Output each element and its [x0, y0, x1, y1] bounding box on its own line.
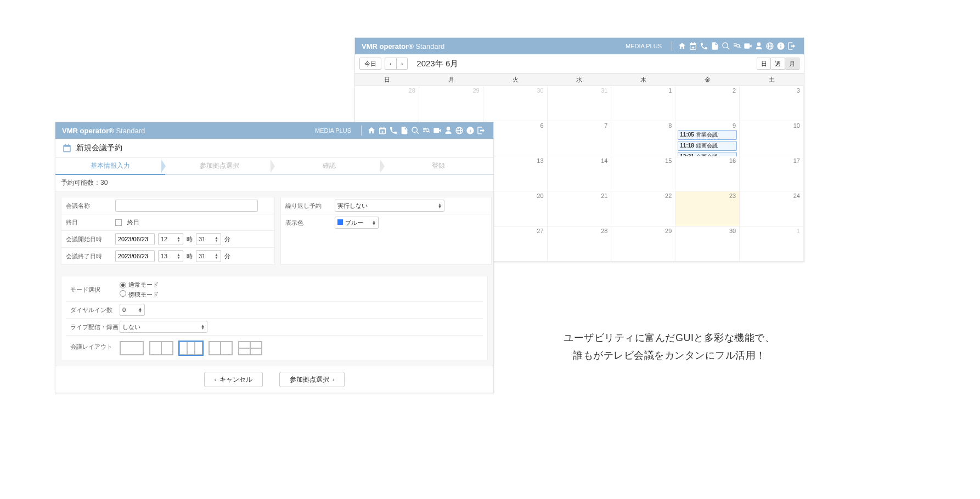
day-cell[interactable]: 10 — [740, 121, 804, 156]
day-cell[interactable]: 15 — [611, 156, 675, 191]
search-list-icon[interactable] — [731, 42, 742, 50]
day-cell[interactable]: 22 — [611, 191, 675, 226]
calendar-title: 2023年 6月 — [416, 59, 458, 69]
view-day[interactable]: 日 — [757, 58, 771, 70]
video-icon[interactable] — [432, 126, 443, 135]
day-cell[interactable]: 23 — [675, 191, 740, 226]
video-icon[interactable] — [742, 42, 753, 50]
tagline: ユーザビリティに富んだGUIと多彩な機能で、 誰もがテレビ会議をカンタンにフル活… — [532, 329, 807, 365]
day-cell[interactable]: 28 — [548, 226, 612, 262]
view-week[interactable]: 週 — [771, 58, 785, 70]
day-cell[interactable]: 8 — [611, 121, 675, 156]
day-cell[interactable]: 29 — [419, 86, 483, 121]
layout-2h[interactable] — [209, 341, 233, 355]
logout-icon[interactable] — [786, 42, 797, 50]
app-brand: VMR operator® Standard — [62, 127, 145, 135]
day-cell[interactable]: 28 — [355, 86, 419, 121]
day-cell[interactable]: 1 — [611, 86, 675, 121]
layout-2x2[interactable] — [238, 341, 262, 355]
end-hour-spin[interactable]: 13▲▼ — [158, 250, 183, 262]
color-select[interactable]: ブルー▲▼ — [335, 217, 379, 229]
next-button[interactable]: › — [397, 58, 408, 70]
home-icon[interactable] — [366, 126, 377, 135]
start-min-spin[interactable]: 31▲▼ — [196, 233, 221, 245]
start-hour-spin[interactable]: 12▲▼ — [158, 233, 183, 245]
calendar-plus-icon[interactable] — [688, 42, 699, 50]
day-cell[interactable]: 14 — [548, 156, 612, 191]
file-icon[interactable] — [399, 126, 410, 135]
calendar-icon — [62, 143, 72, 153]
calendar-plus-icon[interactable] — [377, 126, 388, 135]
start-date-input[interactable] — [115, 233, 155, 245]
reservable-count: 予約可能数：30 — [55, 175, 493, 191]
day-cell[interactable]: 16 — [675, 156, 740, 191]
step-3[interactable]: 登録 — [384, 158, 494, 174]
info-icon[interactable] — [465, 126, 476, 135]
search-icon[interactable] — [720, 42, 731, 50]
day-cell[interactable]: 30 — [675, 226, 740, 262]
day-cell[interactable]: 29 — [611, 226, 675, 262]
row-mode: モード選択 通常モード 傍聴モード — [66, 279, 483, 302]
day-cell[interactable]: 30 — [483, 86, 548, 121]
step-2[interactable]: 確認 — [274, 158, 384, 174]
view-month[interactable]: 月 — [785, 58, 799, 70]
row-color: 表示色 ブルー▲▼ — [281, 214, 491, 231]
file-icon[interactable] — [709, 42, 720, 50]
event-chip[interactable]: 11:05 営業会議 — [678, 130, 737, 140]
cancel-button[interactable]: ‹キャンセル — [204, 372, 263, 387]
step-nav: 基本情報入力参加拠点選択確認登録 — [55, 158, 493, 175]
day-cell[interactable]: 2 — [675, 86, 740, 121]
day-number: 1 — [797, 228, 800, 234]
day-number: 22 — [665, 192, 672, 199]
user-icon[interactable] — [443, 126, 454, 135]
day-cell[interactable]: 7 — [548, 121, 612, 156]
mode-radio-normal[interactable] — [120, 282, 126, 288]
search-list-icon[interactable] — [421, 126, 432, 135]
day-cell[interactable]: 31 — [548, 86, 612, 121]
logout-icon[interactable] — [476, 126, 487, 135]
day-cell[interactable]: 21 — [548, 191, 612, 226]
step-1[interactable]: 参加拠点選択 — [165, 158, 275, 174]
search-icon[interactable] — [410, 126, 421, 135]
home-icon[interactable] — [677, 42, 688, 50]
repeat-select[interactable]: 実行しない▲▼ — [335, 200, 444, 212]
prev-button[interactable]: ‹ — [385, 58, 397, 70]
day-cell[interactable]: 3 — [740, 86, 804, 121]
globe-icon[interactable] — [454, 126, 465, 135]
row-dialin: ダイヤルイン数 0▲▼ — [66, 302, 483, 319]
end-date-input[interactable] — [115, 250, 155, 262]
day-cell[interactable]: 911:05 営業会議11:18 録画会議12:31 企画会議 — [675, 121, 740, 156]
step-0[interactable]: 基本情報入力 — [55, 158, 165, 175]
day-cell[interactable]: 24 — [740, 191, 804, 226]
stream-select[interactable]: しない▲▼ — [120, 321, 207, 333]
form-right-col: 繰り返し予約 実行しない▲▼ 表示色 ブルー▲▼ — [280, 197, 492, 265]
form-bottom-col: モード選択 通常モード 傍聴モード ダイヤルイン数 0▲▼ ライブ配信・録画 し… — [61, 276, 488, 360]
meeting-name-input[interactable] — [115, 200, 258, 212]
info-icon[interactable] — [775, 42, 786, 50]
day-number: 15 — [665, 157, 672, 164]
reservation-window: VMR operator® Standard MEDIA PLUS 新規会議予約… — [55, 122, 494, 393]
phone-icon[interactable] — [388, 126, 399, 135]
mode-radio-listen[interactable] — [120, 290, 126, 297]
end-min-spin[interactable]: 31▲▼ — [196, 250, 221, 262]
row-meeting-name: 会議名称 — [61, 197, 274, 214]
user-icon[interactable] — [753, 42, 764, 50]
layout-1x1[interactable] — [120, 341, 144, 355]
row-allday: 終日 終日 — [61, 214, 274, 231]
phone-icon[interactable] — [699, 42, 709, 50]
dialin-spin[interactable]: 0▲▼ — [120, 304, 145, 316]
tenant-name: MEDIA PLUS — [315, 127, 351, 134]
day-number: 8 — [668, 122, 672, 129]
layout-1x2[interactable] — [149, 341, 173, 355]
today-button[interactable]: 今日 — [359, 58, 381, 70]
day-number: 24 — [793, 192, 800, 199]
day-cell[interactable]: 17 — [740, 156, 804, 191]
event-chip[interactable]: 11:18 録画会議 — [678, 141, 737, 151]
row-end: 会議終了日時 13▲▼ 時 31▲▼ 分 — [61, 248, 274, 264]
allday-checkbox[interactable] — [115, 219, 122, 226]
dow-cell: 木 — [611, 74, 675, 86]
day-cell[interactable]: 1 — [740, 226, 804, 262]
layout-1x3[interactable] — [179, 341, 203, 355]
globe-icon[interactable] — [764, 42, 775, 50]
next-button[interactable]: 参加拠点選択› — [279, 372, 345, 387]
